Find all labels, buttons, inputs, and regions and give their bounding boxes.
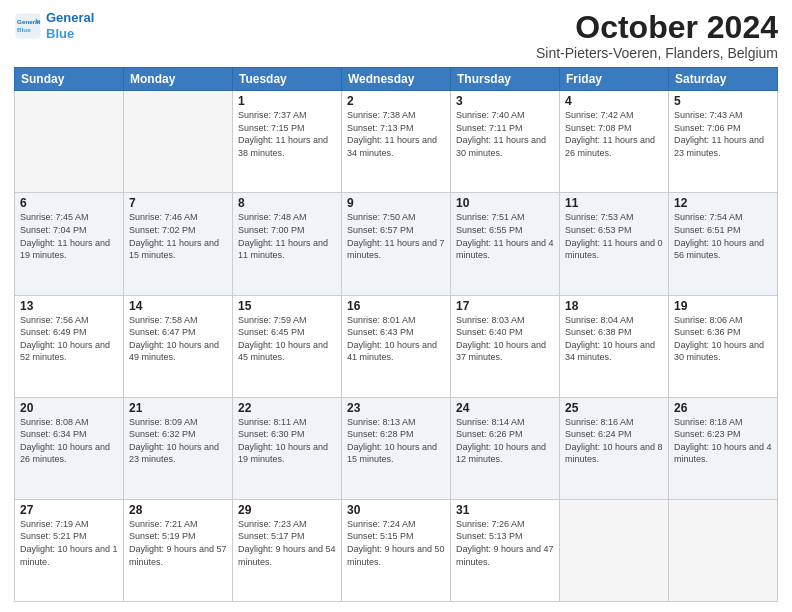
calendar-cell: 23Sunrise: 8:13 AMSunset: 6:28 PMDayligh… [342, 397, 451, 499]
calendar-header-friday: Friday [560, 68, 669, 91]
calendar-cell: 27Sunrise: 7:19 AMSunset: 5:21 PMDayligh… [15, 499, 124, 601]
day-info: Sunrise: 7:45 AMSunset: 7:04 PMDaylight:… [20, 211, 118, 261]
day-number: 14 [129, 299, 227, 313]
calendar-cell: 2Sunrise: 7:38 AMSunset: 7:13 PMDaylight… [342, 91, 451, 193]
calendar-cell [124, 91, 233, 193]
day-number: 9 [347, 196, 445, 210]
day-info: Sunrise: 8:03 AMSunset: 6:40 PMDaylight:… [456, 314, 554, 364]
calendar-cell: 9Sunrise: 7:50 AMSunset: 6:57 PMDaylight… [342, 193, 451, 295]
calendar-cell: 26Sunrise: 8:18 AMSunset: 6:23 PMDayligh… [669, 397, 778, 499]
day-info: Sunrise: 8:08 AMSunset: 6:34 PMDaylight:… [20, 416, 118, 466]
calendar-cell: 16Sunrise: 8:01 AMSunset: 6:43 PMDayligh… [342, 295, 451, 397]
calendar-cell: 5Sunrise: 7:43 AMSunset: 7:06 PMDaylight… [669, 91, 778, 193]
calendar-cell: 7Sunrise: 7:46 AMSunset: 7:02 PMDaylight… [124, 193, 233, 295]
calendar-cell [15, 91, 124, 193]
day-number: 22 [238, 401, 336, 415]
calendar-header-row: SundayMondayTuesdayWednesdayThursdayFrid… [15, 68, 778, 91]
header: General Blue General Blue October 2024 S… [14, 10, 778, 61]
calendar-header-monday: Monday [124, 68, 233, 91]
calendar-cell: 19Sunrise: 8:06 AMSunset: 6:36 PMDayligh… [669, 295, 778, 397]
day-info: Sunrise: 7:58 AMSunset: 6:47 PMDaylight:… [129, 314, 227, 364]
calendar-cell: 24Sunrise: 8:14 AMSunset: 6:26 PMDayligh… [451, 397, 560, 499]
day-info: Sunrise: 8:14 AMSunset: 6:26 PMDaylight:… [456, 416, 554, 466]
calendar-cell: 18Sunrise: 8:04 AMSunset: 6:38 PMDayligh… [560, 295, 669, 397]
calendar-cell [669, 499, 778, 601]
calendar-week-row: 1Sunrise: 7:37 AMSunset: 7:15 PMDaylight… [15, 91, 778, 193]
calendar-header-tuesday: Tuesday [233, 68, 342, 91]
day-info: Sunrise: 8:18 AMSunset: 6:23 PMDaylight:… [674, 416, 772, 466]
day-info: Sunrise: 7:24 AMSunset: 5:15 PMDaylight:… [347, 518, 445, 568]
calendar-cell: 17Sunrise: 8:03 AMSunset: 6:40 PMDayligh… [451, 295, 560, 397]
calendar-header-wednesday: Wednesday [342, 68, 451, 91]
day-info: Sunrise: 7:21 AMSunset: 5:19 PMDaylight:… [129, 518, 227, 568]
day-info: Sunrise: 7:23 AMSunset: 5:17 PMDaylight:… [238, 518, 336, 568]
calendar-cell: 4Sunrise: 7:42 AMSunset: 7:08 PMDaylight… [560, 91, 669, 193]
day-number: 5 [674, 94, 772, 108]
calendar-cell: 12Sunrise: 7:54 AMSunset: 6:51 PMDayligh… [669, 193, 778, 295]
day-number: 31 [456, 503, 554, 517]
day-info: Sunrise: 8:01 AMSunset: 6:43 PMDaylight:… [347, 314, 445, 364]
calendar-cell: 29Sunrise: 7:23 AMSunset: 5:17 PMDayligh… [233, 499, 342, 601]
calendar-cell: 30Sunrise: 7:24 AMSunset: 5:15 PMDayligh… [342, 499, 451, 601]
page: General Blue General Blue October 2024 S… [0, 0, 792, 612]
day-info: Sunrise: 7:37 AMSunset: 7:15 PMDaylight:… [238, 109, 336, 159]
day-info: Sunrise: 7:43 AMSunset: 7:06 PMDaylight:… [674, 109, 772, 159]
day-info: Sunrise: 7:26 AMSunset: 5:13 PMDaylight:… [456, 518, 554, 568]
calendar-cell: 10Sunrise: 7:51 AMSunset: 6:55 PMDayligh… [451, 193, 560, 295]
title-block: October 2024 Sint-Pieters-Voeren, Flande… [536, 10, 778, 61]
logo-icon: General Blue [14, 12, 42, 40]
day-number: 18 [565, 299, 663, 313]
day-info: Sunrise: 7:38 AMSunset: 7:13 PMDaylight:… [347, 109, 445, 159]
calendar-cell: 25Sunrise: 8:16 AMSunset: 6:24 PMDayligh… [560, 397, 669, 499]
calendar-cell: 6Sunrise: 7:45 AMSunset: 7:04 PMDaylight… [15, 193, 124, 295]
day-number: 4 [565, 94, 663, 108]
calendar-header-saturday: Saturday [669, 68, 778, 91]
day-number: 29 [238, 503, 336, 517]
calendar-cell: 20Sunrise: 8:08 AMSunset: 6:34 PMDayligh… [15, 397, 124, 499]
day-number: 17 [456, 299, 554, 313]
day-number: 20 [20, 401, 118, 415]
day-number: 8 [238, 196, 336, 210]
day-info: Sunrise: 7:46 AMSunset: 7:02 PMDaylight:… [129, 211, 227, 261]
day-number: 19 [674, 299, 772, 313]
day-info: Sunrise: 7:42 AMSunset: 7:08 PMDaylight:… [565, 109, 663, 159]
location: Sint-Pieters-Voeren, Flanders, Belgium [536, 45, 778, 61]
day-number: 7 [129, 196, 227, 210]
day-number: 12 [674, 196, 772, 210]
calendar-cell: 8Sunrise: 7:48 AMSunset: 7:00 PMDaylight… [233, 193, 342, 295]
calendar-header-sunday: Sunday [15, 68, 124, 91]
day-number: 2 [347, 94, 445, 108]
day-number: 30 [347, 503, 445, 517]
svg-text:Blue: Blue [17, 26, 31, 33]
calendar-cell: 21Sunrise: 8:09 AMSunset: 6:32 PMDayligh… [124, 397, 233, 499]
day-info: Sunrise: 8:13 AMSunset: 6:28 PMDaylight:… [347, 416, 445, 466]
day-number: 6 [20, 196, 118, 210]
calendar-week-row: 20Sunrise: 8:08 AMSunset: 6:34 PMDayligh… [15, 397, 778, 499]
logo-text: General Blue [46, 10, 94, 41]
day-number: 23 [347, 401, 445, 415]
day-info: Sunrise: 8:11 AMSunset: 6:30 PMDaylight:… [238, 416, 336, 466]
day-number: 25 [565, 401, 663, 415]
calendar-cell: 13Sunrise: 7:56 AMSunset: 6:49 PMDayligh… [15, 295, 124, 397]
day-number: 3 [456, 94, 554, 108]
day-info: Sunrise: 7:56 AMSunset: 6:49 PMDaylight:… [20, 314, 118, 364]
day-info: Sunrise: 7:40 AMSunset: 7:11 PMDaylight:… [456, 109, 554, 159]
calendar-cell: 28Sunrise: 7:21 AMSunset: 5:19 PMDayligh… [124, 499, 233, 601]
calendar-cell: 1Sunrise: 7:37 AMSunset: 7:15 PMDaylight… [233, 91, 342, 193]
day-info: Sunrise: 8:06 AMSunset: 6:36 PMDaylight:… [674, 314, 772, 364]
calendar-cell: 14Sunrise: 7:58 AMSunset: 6:47 PMDayligh… [124, 295, 233, 397]
day-number: 28 [129, 503, 227, 517]
day-number: 13 [20, 299, 118, 313]
calendar-cell: 31Sunrise: 7:26 AMSunset: 5:13 PMDayligh… [451, 499, 560, 601]
calendar-week-row: 27Sunrise: 7:19 AMSunset: 5:21 PMDayligh… [15, 499, 778, 601]
calendar-week-row: 13Sunrise: 7:56 AMSunset: 6:49 PMDayligh… [15, 295, 778, 397]
calendar-cell: 11Sunrise: 7:53 AMSunset: 6:53 PMDayligh… [560, 193, 669, 295]
day-info: Sunrise: 7:54 AMSunset: 6:51 PMDaylight:… [674, 211, 772, 261]
calendar-cell: 22Sunrise: 8:11 AMSunset: 6:30 PMDayligh… [233, 397, 342, 499]
month-title: October 2024 [536, 10, 778, 45]
day-number: 10 [456, 196, 554, 210]
day-info: Sunrise: 8:16 AMSunset: 6:24 PMDaylight:… [565, 416, 663, 466]
day-number: 27 [20, 503, 118, 517]
day-number: 11 [565, 196, 663, 210]
calendar-cell: 15Sunrise: 7:59 AMSunset: 6:45 PMDayligh… [233, 295, 342, 397]
